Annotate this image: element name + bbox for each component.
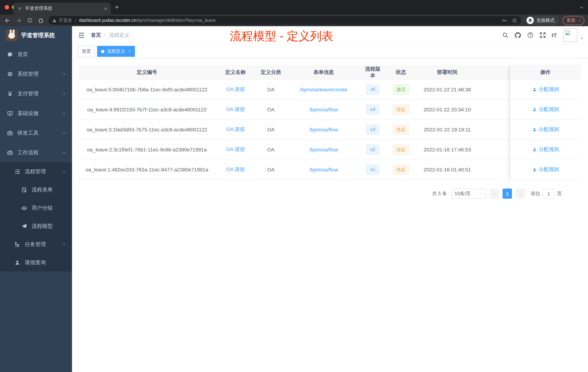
app-logo-row[interactable]: 芋道管理系统 xyxy=(0,26,72,44)
sidebar-item-process-model[interactable]: 流程模型 xyxy=(0,217,72,235)
form-info-link[interactable]: /bpm/oa/leave/create xyxy=(300,87,347,92)
fullscreen-icon[interactable] xyxy=(539,32,546,39)
col-header-definition-id: 定义编号 xyxy=(79,69,215,76)
operations-cell: 分配规则 xyxy=(510,80,581,100)
breadcrumb-separator: / xyxy=(104,32,106,38)
gear-icon xyxy=(7,71,13,77)
sidebar-item-label: 请假查询 xyxy=(25,259,67,266)
prev-page-button[interactable]: ‹ xyxy=(489,188,499,199)
breadcrumb-home[interactable]: 首页 xyxy=(91,32,101,38)
help-question-icon[interactable] xyxy=(527,32,534,39)
reload-icon[interactable] xyxy=(27,17,33,23)
active-tag-dot xyxy=(101,50,104,53)
pagination-total: 共 5 条 xyxy=(432,190,447,197)
browser-tab[interactable]: 芋道管理系统 × xyxy=(13,2,111,15)
sidebar-item-label: 流程模型 xyxy=(32,223,67,230)
paper-plane-icon xyxy=(21,223,27,229)
assign-rule-link[interactable]: 分配规则 xyxy=(539,166,559,173)
table-row: oa_leave:4:991f2193-7b7f-11ec-a3c8-acde4… xyxy=(79,100,581,120)
chevron-down-icon xyxy=(62,130,67,136)
tag-process-definition[interactable]: 流程定义 × xyxy=(97,46,135,57)
sidebar-item-leave-query[interactable]: 请假查询 xyxy=(0,253,72,272)
tag-home[interactable]: 首页 xyxy=(78,46,95,57)
forward-icon[interactable] xyxy=(16,17,22,23)
table-row: oa_leave:5:004b710b-7b8a-11ec-8ef0-acde4… xyxy=(79,80,581,100)
status-badge: 挂起 xyxy=(393,144,409,155)
definition-name-link[interactable]: OA 请假 xyxy=(226,146,245,152)
assign-rule-link[interactable]: 分配规则 xyxy=(539,146,559,153)
sidebar-item-task-mgmt[interactable]: 任务管理 xyxy=(0,235,72,253)
screen: 芋道管理系统 × + 不安全 dashboard.yudao.iocoder.c… xyxy=(0,0,588,372)
sidebar-item-workflow[interactable]: 工作流程 xyxy=(0,143,72,162)
assign-user-icon xyxy=(532,87,537,92)
form-info-link[interactable]: /bpm/oa/flow xyxy=(309,167,338,173)
definition-name-link[interactable]: OA 请假 xyxy=(226,86,245,92)
sidebar-item-home[interactable]: 首页 xyxy=(0,44,72,64)
next-page-button[interactable]: › xyxy=(516,188,525,199)
chevron-down-icon xyxy=(62,110,67,116)
browser-update-button[interactable]: 更新 xyxy=(563,16,584,25)
url-host: dashboard.yudao.iocoder.cn xyxy=(79,18,136,23)
monitor-icon xyxy=(7,110,13,116)
cell-definition-id: oa_leave:5:004b710b-7b8a-11ec-8ef0-acde4… xyxy=(79,87,215,92)
form-info-link[interactable]: /bpm/oa/flow xyxy=(309,147,338,153)
favicon-seedling-icon xyxy=(17,6,22,11)
tag-close-icon[interactable]: × xyxy=(128,49,131,54)
cell-definition-id: oa_leave:1:482ec033-762a-11ec-8477-a2380… xyxy=(79,167,215,173)
font-size-icon[interactable]: tT xyxy=(552,32,557,38)
page-size-select[interactable]: 10条/页 xyxy=(451,188,486,199)
avatar-broken-image xyxy=(564,28,578,42)
assign-rule-link[interactable]: 分配规则 xyxy=(539,86,559,93)
incognito-badge: 无痕模式 xyxy=(525,16,559,25)
assign-rule-link[interactable]: 分配规则 xyxy=(539,106,559,113)
browser-menu-dots-icon[interactable] xyxy=(578,18,583,23)
cell-category: OA xyxy=(256,87,285,92)
col-header-definition-category: 定义分类 xyxy=(256,69,285,76)
version-badge: v2 xyxy=(366,144,379,155)
red-annotation-text: 流程模型 - 定义列表 xyxy=(230,28,333,44)
sidebar-item-label: 流程表单 xyxy=(32,186,67,193)
sidebar-item-infrastructure[interactable]: 基础设施 xyxy=(0,103,72,123)
version-badge: v3 xyxy=(366,124,379,135)
app-title: 芋道管理系统 xyxy=(21,32,55,39)
goto-page-input[interactable] xyxy=(543,188,555,199)
form-info-link[interactable]: /bpm/oa/flow xyxy=(309,127,338,132)
sidebar-item-payment-mgmt[interactable]: 支付管理 xyxy=(0,84,72,103)
password-key-icon[interactable] xyxy=(502,18,507,23)
status-badge: 激活 xyxy=(393,85,409,95)
user-avatar-menu[interactable] xyxy=(564,28,584,42)
tab-close-icon[interactable]: × xyxy=(104,6,107,11)
current-page-button[interactable]: 1 xyxy=(503,188,512,199)
page-unit-label: 页 xyxy=(557,190,562,197)
close-window-button[interactable] xyxy=(5,5,9,10)
sidebar-item-dev-tools[interactable]: 研发工具 xyxy=(0,123,72,143)
sidebar-item-user-group[interactable]: 用户分组 xyxy=(0,199,72,217)
workflow-submenu: 流程管理 流程表单 用户分组 流程模型 xyxy=(0,162,72,272)
new-tab-button[interactable]: + xyxy=(115,4,119,11)
bookmark-star-icon[interactable] xyxy=(512,17,517,23)
sidebar-item-label: 首页 xyxy=(17,51,67,58)
github-icon[interactable] xyxy=(514,32,521,39)
tab-search-chevron-icon[interactable] xyxy=(579,5,584,10)
definition-name-link[interactable]: OA 请假 xyxy=(226,166,245,172)
form-info-link[interactable]: /bpm/oa/flow xyxy=(309,107,338,112)
assign-user-icon xyxy=(532,107,537,112)
definition-name-link[interactable]: OA 请假 xyxy=(226,126,245,132)
definition-name-link[interactable]: OA 请假 xyxy=(226,106,245,112)
sidebar-item-process-mgmt[interactable]: 流程管理 xyxy=(0,162,72,181)
col-header-status: 状态 xyxy=(384,69,418,76)
back-icon[interactable] xyxy=(4,17,10,23)
sidebar-collapse-icon[interactable] xyxy=(78,32,85,39)
not-secure-icon xyxy=(52,18,57,23)
chevron-down-icon xyxy=(62,241,67,247)
assign-rule-link[interactable]: 分配规则 xyxy=(539,126,559,133)
table-row: oa_leave:2:3c1f0ef1-76b1-11ec-9c66-a2380… xyxy=(79,140,581,160)
sidebar-item-system-mgmt[interactable]: 系统管理 xyxy=(0,64,72,84)
url-bar[interactable]: 不安全 dashboard.yudao.iocoder.cn/bpm/manag… xyxy=(48,16,521,25)
sidebar-item-process-form[interactable]: 流程表单 xyxy=(0,181,72,199)
home-icon[interactable] xyxy=(38,17,44,23)
tag-label: 流程定义 xyxy=(107,48,125,55)
search-icon[interactable] xyxy=(502,32,509,39)
user-icon xyxy=(14,259,20,265)
tags-view-bar: 首页 流程定义 × xyxy=(72,44,588,59)
